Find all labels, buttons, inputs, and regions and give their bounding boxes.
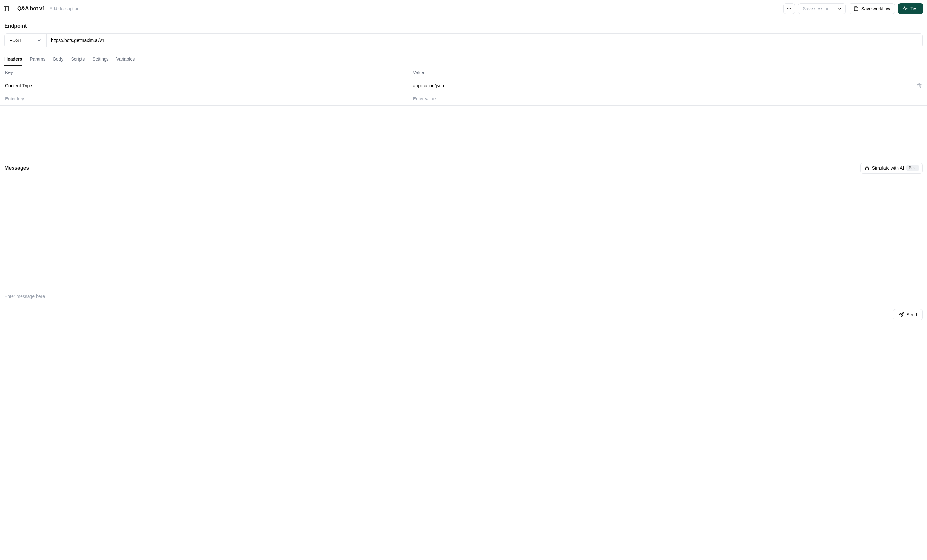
endpoint-section: Endpoint POST xyxy=(0,17,927,47)
svg-rect-0 xyxy=(4,6,9,11)
endpoint-url-input[interactable] xyxy=(47,34,922,47)
tab-settings[interactable]: Settings xyxy=(93,53,109,66)
more-horizontal-icon xyxy=(786,6,792,12)
sidebar-toggle-button[interactable] xyxy=(0,0,13,17)
workflow-title[interactable]: Q&A bot v1 xyxy=(13,6,50,12)
endpoint-tabs: Headers Params Body Scripts Settings Var… xyxy=(0,53,927,66)
top-bar: Q&A bot v1 Add description Save session … xyxy=(0,0,927,17)
simulate-label: Simulate with AI xyxy=(872,165,904,171)
tab-variables[interactable]: Variables xyxy=(116,53,135,66)
headers-col-actions xyxy=(890,66,927,79)
headers-table: Key Value xyxy=(0,66,927,106)
beta-badge: Beta xyxy=(906,165,919,171)
svg-point-3 xyxy=(789,8,789,9)
tab-body[interactable]: Body xyxy=(53,53,64,66)
svg-point-2 xyxy=(787,8,787,9)
send-row: Send xyxy=(5,309,922,320)
new-header-value-input[interactable] xyxy=(413,96,885,101)
sparkles-icon xyxy=(865,165,869,171)
save-workflow-button[interactable]: Save workflow xyxy=(849,3,895,14)
save-session-dropdown-button[interactable] xyxy=(834,3,845,14)
top-bar-left: Q&A bot v1 Add description xyxy=(0,0,783,17)
send-icon xyxy=(898,312,904,317)
save-session-group: Save session xyxy=(798,3,845,14)
panel-left-icon xyxy=(3,6,9,12)
table-row xyxy=(0,79,927,93)
send-label: Send xyxy=(906,312,917,317)
header-value-input[interactable] xyxy=(413,83,885,88)
http-method-value: POST xyxy=(9,38,21,43)
tab-scripts[interactable]: Scripts xyxy=(71,53,85,66)
spacer xyxy=(0,106,927,157)
endpoint-row: POST xyxy=(5,33,922,47)
more-options-button[interactable] xyxy=(783,3,795,14)
trash-icon xyxy=(917,83,922,88)
save-workflow-label: Save workflow xyxy=(861,6,890,11)
messages-section-title: Messages xyxy=(5,165,29,171)
table-row-new xyxy=(0,93,927,106)
messages-header: Messages Simulate with AI Beta xyxy=(0,157,927,173)
header-key-input[interactable] xyxy=(5,83,403,88)
message-footer: Send xyxy=(0,289,927,325)
svg-point-4 xyxy=(790,8,791,9)
delete-row-button[interactable] xyxy=(895,83,922,88)
send-button[interactable]: Send xyxy=(893,309,922,320)
tab-headers[interactable]: Headers xyxy=(5,53,22,66)
top-bar-actions: Save session Save workflow Test xyxy=(783,3,923,14)
message-input[interactable] xyxy=(5,294,922,300)
http-method-select[interactable]: POST xyxy=(5,34,47,47)
test-label: Test xyxy=(910,6,919,11)
save-session-button[interactable]: Save session xyxy=(798,3,834,14)
endpoint-section-title: Endpoint xyxy=(5,23,922,29)
add-description-field[interactable]: Add description xyxy=(50,6,79,11)
save-icon xyxy=(854,6,859,11)
tab-params[interactable]: Params xyxy=(30,53,45,66)
chevron-down-icon xyxy=(837,6,842,11)
new-header-key-input[interactable] xyxy=(5,96,403,101)
simulate-with-ai-button[interactable]: Simulate with AI Beta xyxy=(860,162,922,173)
chevron-down-icon xyxy=(36,38,42,43)
test-button[interactable]: Test xyxy=(898,3,923,14)
messages-body xyxy=(0,173,927,289)
headers-col-key: Key xyxy=(0,66,408,79)
activity-icon xyxy=(903,6,908,11)
headers-col-value: Value xyxy=(408,66,890,79)
